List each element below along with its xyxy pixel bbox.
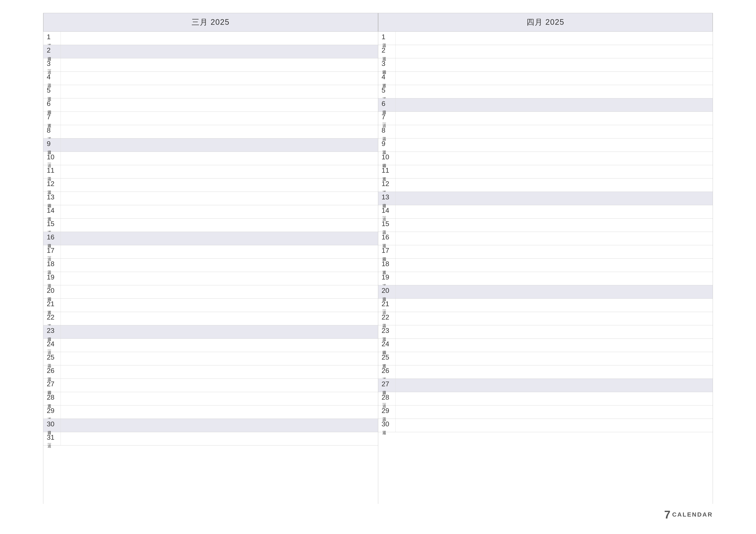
day-row: 30週三: [378, 419, 713, 432]
day-row: 1週二: [378, 32, 713, 45]
day-number-col: 18週二: [43, 259, 61, 272]
day-row: 1週六: [43, 32, 378, 45]
day-number-col: 10週一: [43, 152, 61, 165]
day-content: [395, 405, 713, 419]
day-number-col: 17週四: [378, 245, 395, 258]
day-number: 13: [382, 193, 390, 200]
day-row: 15週二: [378, 218, 713, 232]
day-number-col: 23週三: [378, 325, 395, 339]
day-content: [61, 98, 378, 112]
day-row: 18週五: [378, 259, 713, 272]
day-name: 週三: [382, 54, 387, 55]
day-number: 7: [382, 114, 386, 120]
day-row: 27週四: [43, 379, 378, 392]
day-number: 12: [382, 180, 390, 187]
day-number: 3: [47, 60, 51, 67]
day-content: [395, 392, 713, 405]
day-content: [61, 285, 378, 298]
day-number: 27: [382, 380, 390, 387]
day-row: 10週一: [43, 152, 378, 165]
day-name: 週四: [47, 201, 52, 201]
day-number: 14: [47, 207, 55, 214]
day-number: 13: [47, 193, 55, 200]
day-content: [61, 272, 378, 285]
day-row: 2週三: [378, 45, 713, 58]
day-name: 週日: [47, 54, 52, 55]
day-number: 3: [382, 60, 386, 67]
day-name: 週日: [47, 147, 52, 148]
day-content: [61, 245, 378, 258]
day-name: 週五: [47, 214, 52, 215]
day-name: 週三: [47, 188, 52, 188]
day-content: [395, 139, 713, 152]
day-row: 4週二: [43, 72, 378, 85]
day-row: 5週三: [43, 85, 378, 98]
day-name: 週五: [382, 81, 387, 81]
day-name: 週二: [47, 81, 52, 81]
day-number-col: 1週六: [43, 32, 61, 45]
day-row: 22週二: [378, 312, 713, 325]
day-row: 10週四: [378, 152, 713, 165]
day-number-col: 22週二: [378, 312, 395, 325]
day-content: [61, 45, 378, 58]
day-number-col: 4週二: [43, 72, 61, 85]
day-name: 週六: [47, 41, 52, 41]
day-number-col: 15週六: [43, 218, 61, 232]
day-name: 週五: [47, 121, 52, 121]
day-name: 週二: [382, 321, 387, 321]
day-row: 26週三: [43, 366, 378, 379]
day-content: [395, 125, 713, 138]
day-content: [61, 125, 378, 138]
day-number-col: 8週六: [43, 125, 61, 138]
day-content: [61, 179, 378, 191]
day-number: 29: [382, 407, 390, 414]
day-row: 8週二: [378, 125, 713, 139]
day-number: 4: [47, 73, 51, 80]
day-name: 週五: [382, 361, 387, 362]
day-number-col: 21週五: [43, 299, 61, 312]
day-content: [61, 352, 378, 365]
day-name: 週三: [47, 374, 52, 375]
day-content: [61, 432, 378, 445]
day-content: [395, 379, 713, 392]
day-name: 週三: [382, 147, 387, 148]
day-row: 13週四: [43, 192, 378, 205]
day-number-col: 12週六: [378, 179, 395, 191]
day-row: 20週四: [43, 285, 378, 299]
day-name: 週六: [382, 188, 387, 188]
day-number: 25: [382, 354, 390, 361]
day-name: 週二: [47, 361, 52, 362]
day-number: 28: [382, 394, 390, 401]
day-row: 26週六: [378, 366, 713, 379]
day-number: 8: [382, 127, 386, 134]
day-number-col: 1週二: [378, 32, 395, 45]
day-number-col: 10週四: [378, 152, 395, 165]
day-row: 17週一: [43, 245, 378, 259]
day-row: 11週五: [378, 165, 713, 179]
day-number: 21: [47, 300, 55, 307]
day-number: 21: [382, 300, 390, 307]
day-content: [61, 405, 378, 419]
day-content: [395, 312, 713, 325]
day-name: 週二: [382, 415, 387, 415]
day-content: [61, 299, 378, 312]
day-content: [61, 192, 378, 205]
day-number: 23: [47, 327, 55, 334]
day-number-col: 7週一: [378, 112, 395, 125]
day-content: [395, 98, 713, 112]
day-number-col: 28週一: [378, 392, 395, 405]
day-number: 25: [47, 354, 55, 361]
day-number-col: 13週日: [378, 192, 395, 205]
day-number-col: 23週日: [43, 325, 61, 339]
day-name: 週二: [47, 174, 52, 175]
day-content: [395, 299, 713, 312]
day-number-col: 20週日: [378, 285, 395, 298]
day-number-col: 2週日: [43, 45, 61, 58]
day-row: 20週日: [378, 285, 713, 299]
day-content: [61, 139, 378, 152]
day-row: 9週日: [43, 139, 378, 152]
day-number: 12: [47, 180, 55, 187]
day-number-col: 19週六: [378, 272, 395, 285]
day-content: [395, 339, 713, 352]
day-number-col: 31週一: [43, 432, 61, 445]
